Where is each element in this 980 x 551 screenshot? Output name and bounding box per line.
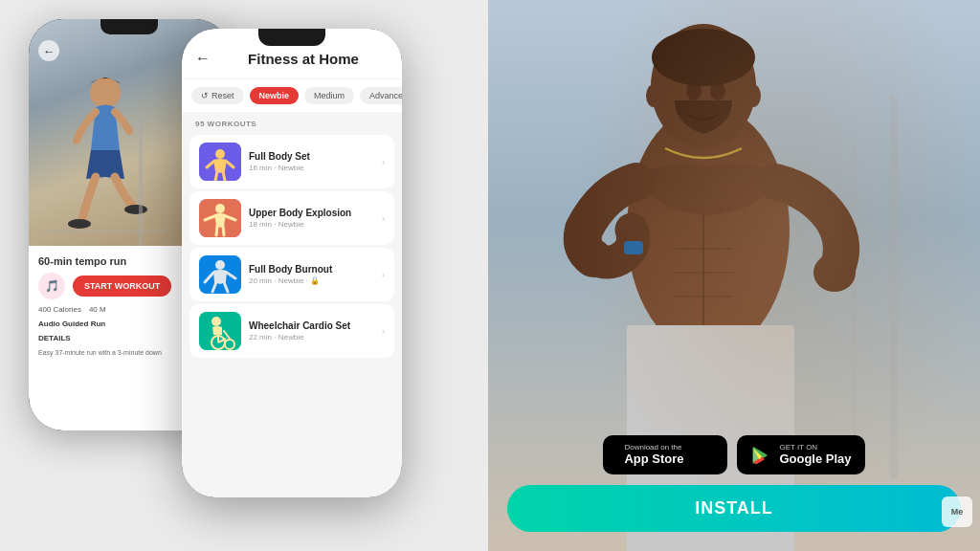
svg-point-13	[212, 317, 221, 326]
burnout-figure	[199, 255, 241, 294]
front-phone-inner: ← Fitness at Home ↺ Reset Newbie Medium …	[182, 29, 402, 497]
burnout-meta: 20 min · Newbie · 🔒	[249, 276, 374, 285]
full-body-figure	[199, 143, 241, 181]
front-phone-title: Fitness at Home	[218, 51, 389, 67]
music-icon[interactable]: 🎵	[38, 273, 65, 299]
svg-point-9	[215, 204, 225, 213]
install-button[interactable]: INSTALL	[507, 485, 961, 532]
filter-chips: ↺ Reset Newbie Medium Advance	[182, 79, 402, 112]
me-button-label: Me	[951, 507, 964, 517]
app-store-large-text: App Store	[624, 452, 683, 467]
full-body-thumb	[199, 143, 241, 181]
right-section: Download on the App Store GET IT ON Goog	[488, 0, 980, 551]
svg-point-11	[215, 260, 225, 270]
svg-rect-4	[139, 112, 143, 246]
full-body-info: Full Body Set 16 min · Newbie	[249, 151, 374, 172]
wheelchair-arrow: ›	[382, 326, 385, 337]
full-body-name: Full Body Set	[249, 151, 374, 162]
upper-body-info: Upper Body Explosion 18 min · Newbie	[249, 208, 374, 229]
reset-label: Reset	[212, 91, 234, 100]
workout-count: 95 WORKOUTS	[182, 112, 402, 132]
me-button[interactable]: Me	[942, 496, 972, 527]
medium-chip[interactable]: Medium	[304, 87, 354, 104]
burnout-name: Full Body Burnout	[249, 264, 374, 275]
main-container: ← 60-min tempo run 🎵 START WORKOUT 400 C…	[0, 0, 980, 551]
workout-item-wheelchair[interactable]: Wheelchair Cardio Set 22 min · Newbie ›	[189, 304, 394, 358]
front-phone: ← Fitness at Home ↺ Reset Newbie Medium …	[182, 29, 402, 497]
full-body-meta: 16 min · Newbie	[249, 164, 374, 172]
google-play-button[interactable]: GET IT ON Google Play	[737, 435, 864, 474]
upper-body-thumb	[199, 199, 241, 237]
svg-point-2	[68, 219, 91, 229]
google-play-icon	[750, 445, 771, 466]
start-workout-button[interactable]: START WORKOUT	[73, 276, 171, 297]
left-section: ← 60-min tempo run 🎵 START WORKOUT 400 C…	[0, 0, 488, 551]
upper-body-figure	[199, 199, 241, 237]
advanced-chip[interactable]: Advance	[360, 87, 402, 104]
burnout-arrow: ›	[382, 270, 385, 280]
upper-body-name: Upper Body Explosion	[249, 208, 374, 218]
workout-item-burnout[interactable]: Full Body Burnout 20 min · Newbie · 🔒 ›	[189, 248, 394, 301]
front-phone-notch	[258, 29, 325, 46]
wheelchair-meta: 22 min · Newbie	[249, 333, 374, 342]
app-store-text: Download on the App Store	[624, 443, 683, 467]
wheelchair-thumb	[199, 312, 241, 350]
google-play-text: GET IT ON Google Play	[779, 443, 851, 467]
upper-body-arrow: ›	[382, 213, 385, 224]
workout-item-full-body[interactable]: Full Body Set 16 min · Newbie ›	[189, 135, 394, 188]
reset-icon: ↺	[201, 91, 209, 100]
front-back-arrow[interactable]: ←	[195, 50, 211, 67]
google-play-small-text: GET IT ON	[779, 443, 851, 452]
back-phone-back-arrow: ←	[38, 40, 59, 61]
install-button-label: INSTALL	[695, 498, 773, 518]
reset-chip[interactable]: ↺ Reset	[191, 87, 244, 104]
upper-body-meta: 18 min · Newbie	[249, 220, 374, 229]
fitness-background: Download on the App Store GET IT ON Goog	[488, 0, 980, 551]
svg-point-1	[90, 77, 121, 108]
app-store-small-text: Download on the	[624, 443, 683, 452]
wheelchair-name: Wheelchair Cardio Set	[249, 320, 374, 331]
google-play-large-text: Google Play	[779, 452, 851, 467]
full-body-arrow: ›	[382, 157, 385, 167]
front-phone-screen: ← Fitness at Home ↺ Reset Newbie Medium …	[182, 29, 402, 497]
wheelchair-figure	[199, 312, 241, 350]
app-store-button[interactable]: Download on the App Store	[603, 435, 727, 474]
svg-point-7	[215, 149, 225, 159]
burnout-info: Full Body Burnout 20 min · Newbie · 🔒	[249, 264, 374, 285]
wheelchair-info: Wheelchair Cardio Set 22 min · Newbie	[249, 320, 374, 342]
time-stat: 40 M	[89, 305, 106, 314]
store-buttons-container: Download on the App Store GET IT ON Goog	[488, 435, 980, 474]
svg-point-3	[124, 205, 147, 214]
back-phone-notch	[100, 19, 158, 34]
workout-list: Full Body Set 16 min · Newbie ›	[182, 132, 402, 497]
runner-illustration	[43, 55, 167, 246]
workout-item-upper-body[interactable]: Upper Body Explosion 18 min · Newbie ›	[189, 191, 394, 245]
calories-stat: 400 Calories	[38, 305, 81, 314]
newbie-chip[interactable]: Newbie	[250, 87, 300, 104]
burnout-thumb	[199, 255, 241, 294]
